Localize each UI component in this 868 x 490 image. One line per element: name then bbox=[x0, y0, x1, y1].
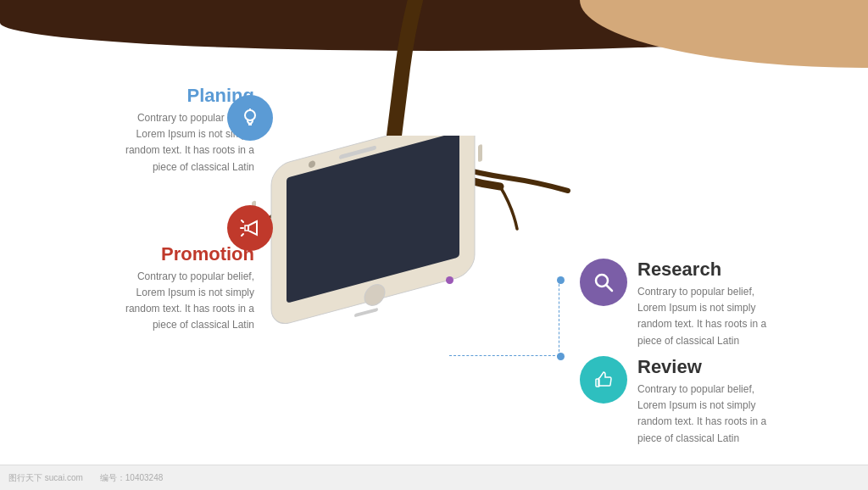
promotion-block: Promotion Contrary to popular belief,Lor… bbox=[25, 243, 254, 334]
top-right-decoration bbox=[580, 0, 868, 68]
connector-dot-mid-right bbox=[557, 276, 565, 284]
research-circle bbox=[580, 259, 627, 306]
svg-line-5 bbox=[242, 220, 243, 222]
planing-circle bbox=[227, 95, 273, 141]
left-section: Planing Contrary to popular belief,Lorem… bbox=[25, 85, 254, 359]
svg-rect-19 bbox=[596, 379, 599, 387]
research-desc: Contrary to popular belief,Lorem Ipsum i… bbox=[637, 284, 766, 349]
planing-block: Planing Contrary to popular belief,Lorem… bbox=[25, 85, 254, 175]
watermark-code: 编号：10403248 bbox=[100, 472, 164, 484]
promotion-desc: Contrary to popular belief,Lorem Ipsum i… bbox=[25, 269, 254, 334]
review-desc: Contrary to popular belief,Lorem Ipsum i… bbox=[637, 381, 766, 447]
promotion-circle bbox=[227, 205, 273, 251]
phone-illustration bbox=[229, 136, 509, 407]
magnifier-icon bbox=[592, 270, 615, 294]
research-text: Research Contrary to popular belief,Lore… bbox=[637, 259, 766, 349]
dashed-connector-box bbox=[449, 280, 559, 356]
connector-dot-bottom bbox=[557, 353, 565, 360]
megaphone-icon bbox=[238, 216, 262, 240]
svg-line-7 bbox=[242, 234, 243, 236]
svg-rect-4 bbox=[245, 226, 248, 231]
review-circle bbox=[580, 356, 627, 404]
watermark-bar: 图行天下 sucai.com 编号：10403248 bbox=[0, 465, 868, 490]
connector-dot-top bbox=[446, 276, 453, 284]
svg-rect-12 bbox=[478, 144, 482, 162]
thumbsup-icon bbox=[592, 368, 615, 392]
research-block: Research Contrary to popular belief,Lore… bbox=[580, 259, 843, 349]
research-title: Research bbox=[637, 259, 766, 281]
watermark-site: 图行天下 sucai.com bbox=[8, 472, 83, 484]
review-title: Review bbox=[637, 356, 766, 378]
review-block: Review Contrary to popular belief,Lorem … bbox=[580, 356, 843, 447]
review-text: Review Contrary to popular belief,Lorem … bbox=[637, 356, 766, 447]
planing-desc: Contrary to popular belief,Lorem Ipsum i… bbox=[25, 110, 254, 175]
planing-title: Planing bbox=[25, 85, 254, 107]
svg-rect-15 bbox=[354, 308, 378, 318]
svg-line-18 bbox=[606, 285, 612, 291]
bulb-icon bbox=[238, 106, 262, 130]
svg-marker-3 bbox=[248, 221, 257, 235]
svg-point-0 bbox=[245, 110, 255, 120]
promotion-title: Promotion bbox=[25, 243, 254, 265]
